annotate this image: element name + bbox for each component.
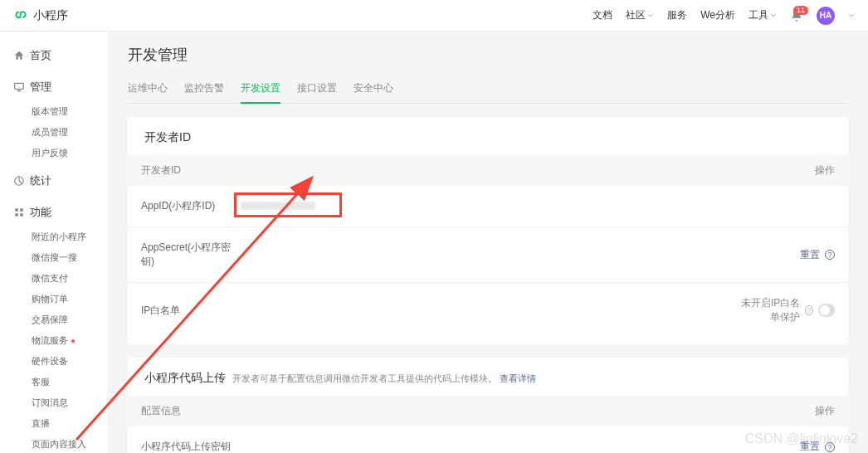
appid-value (241, 201, 735, 212)
header-title: 小程序 (33, 8, 68, 23)
notification-badge: 11 (793, 6, 808, 15)
home-icon (13, 50, 25, 61)
sidebar-item-subscribe[interactable]: 订阅消息 (32, 392, 108, 413)
tab-ops[interactable]: 运维中心 (128, 75, 168, 104)
sidebar-item-service[interactable]: 客服 (32, 372, 108, 392)
watermark: CSDN @linlinlove2 (745, 431, 858, 446)
sidebar-item-nearby[interactable]: 附近的小程序 (32, 226, 108, 247)
ipwhitelist-text: 未开启IP白名单保护 (735, 296, 800, 324)
row-upload-secret: 小程序代码上传密钥 重置 ? (128, 426, 848, 453)
help-icon[interactable]: ? (805, 305, 812, 315)
appid-label: AppID(小程序ID) (141, 199, 241, 213)
appsecret-action: 重置 ? (735, 248, 835, 262)
reset-link[interactable]: 重置 (800, 248, 820, 262)
miniprogram-logo-icon (13, 8, 28, 23)
annotation-box (234, 192, 342, 217)
monitor-icon (13, 81, 25, 93)
page-title: 开发管理 (128, 45, 848, 65)
chevron-down-icon (647, 12, 654, 19)
sidebar-item-live[interactable]: 直播 (32, 413, 108, 434)
sidebar-group-stats[interactable]: 统计 (0, 167, 108, 195)
tab-api[interactable]: 接口设置 (297, 75, 337, 104)
chart-icon (13, 175, 25, 187)
sidebar-group-features[interactable]: 功能 (0, 198, 108, 226)
tab-monitor[interactable]: 监控告警 (184, 75, 224, 104)
svg-rect-0 (15, 83, 24, 89)
tab-security[interactable]: 安全中心 (354, 75, 393, 104)
svg-rect-5 (20, 213, 23, 217)
main-content: 开发管理 运维中心 监控告警 开发设置 接口设置 安全中心 开发者ID 开发者I… (108, 32, 868, 453)
detail-link[interactable]: 查看详情 (500, 373, 536, 383)
row-appid: AppID(小程序ID) (128, 186, 848, 227)
th-action: 操作 (735, 163, 835, 178)
sidebar-item-pay[interactable]: 微信支付 (32, 268, 108, 289)
card-desc: 开发者可基于配置信息调用微信开发者工具提供的代码上传模块。 查看详情 (232, 373, 536, 385)
row-appsecret: AppSecret(小程序密钥) 重置 ? (128, 227, 848, 283)
sidebar-item-pagecontent[interactable]: 页面内容接入 (32, 434, 108, 453)
tabs: 运维中心 监控告警 开发设置 接口设置 安全中心 (128, 75, 848, 104)
svg-rect-4 (15, 213, 18, 217)
sidebar-group-home[interactable]: 首页 (0, 41, 108, 70)
sidebar-item-trade[interactable]: 交易保障 (32, 309, 108, 330)
tab-dev-settings[interactable]: 开发设置 (241, 75, 280, 104)
sidebar-item-members[interactable]: 成员管理 (32, 122, 108, 143)
card-title: 开发者ID (144, 130, 831, 145)
sidebar-item-orders[interactable]: 购物订单 (32, 289, 108, 309)
red-dot-indicator (71, 339, 75, 343)
ipwhitelist-toggle[interactable] (818, 304, 835, 317)
header: 小程序 文档 社区 服务 We分析 工具 11 HA (0, 0, 868, 32)
sidebar-item-hardware[interactable]: 硬件设备 (32, 351, 108, 372)
upload-secret-label: 小程序代码上传密钥 (141, 440, 274, 453)
th-action: 操作 (735, 404, 835, 418)
nav-docs[interactable]: 文档 (592, 8, 612, 22)
svg-rect-2 (15, 208, 18, 212)
sidebar-group-manage[interactable]: 管理 (0, 73, 108, 101)
header-left: 小程序 (13, 8, 68, 23)
nav-weanalysis[interactable]: We分析 (700, 8, 735, 22)
help-icon[interactable]: ? (825, 250, 835, 260)
chevron-down-icon (848, 12, 855, 19)
grid-icon (13, 207, 25, 218)
th-config: 配置信息 (141, 404, 735, 418)
row-ipwhitelist: IP白名单 未开启IP白名单保护 ? (128, 283, 848, 338)
sidebar-item-logistics[interactable]: 物流服务 (32, 330, 108, 351)
sidebar: 首页 管理 版本管理 成员管理 用户反馈 统计 功能 (0, 32, 108, 453)
sidebar-item-version[interactable]: 版本管理 (32, 101, 108, 122)
sidebar-item-search[interactable]: 微信搜一搜 (32, 247, 108, 268)
ipwhitelist-label: IP白名单 (141, 304, 241, 318)
notification-bell-icon[interactable]: 11 (790, 9, 803, 22)
ipwhitelist-action: 未开启IP白名单保护 ? (735, 296, 835, 324)
avatar[interactable]: HA (817, 7, 835, 25)
table-header: 开发者ID 操作 (128, 155, 848, 186)
svg-rect-3 (20, 208, 23, 212)
developer-id-card: 开发者ID 开发者ID 操作 AppID(小程序ID) AppSecret(小程… (128, 117, 848, 344)
chevron-down-icon (770, 12, 777, 19)
nav-tools[interactable]: 工具 (749, 8, 777, 22)
appsecret-label: AppSecret(小程序密钥) (141, 241, 241, 269)
nav-service[interactable]: 服务 (667, 8, 687, 22)
nav-community[interactable]: 社区 (626, 8, 654, 22)
sidebar-item-feedback[interactable]: 用户反馈 (32, 143, 108, 163)
card-title: 小程序代码上传 开发者可基于配置信息调用微信开发者工具提供的代码上传模块。 查看… (144, 371, 831, 386)
th-devid: 开发者ID (141, 163, 735, 178)
code-upload-card: 小程序代码上传 开发者可基于配置信息调用微信开发者工具提供的代码上传模块。 查看… (128, 358, 848, 453)
table-header: 配置信息 操作 (128, 396, 848, 426)
header-nav: 文档 社区 服务 We分析 工具 11 HA (592, 7, 855, 25)
